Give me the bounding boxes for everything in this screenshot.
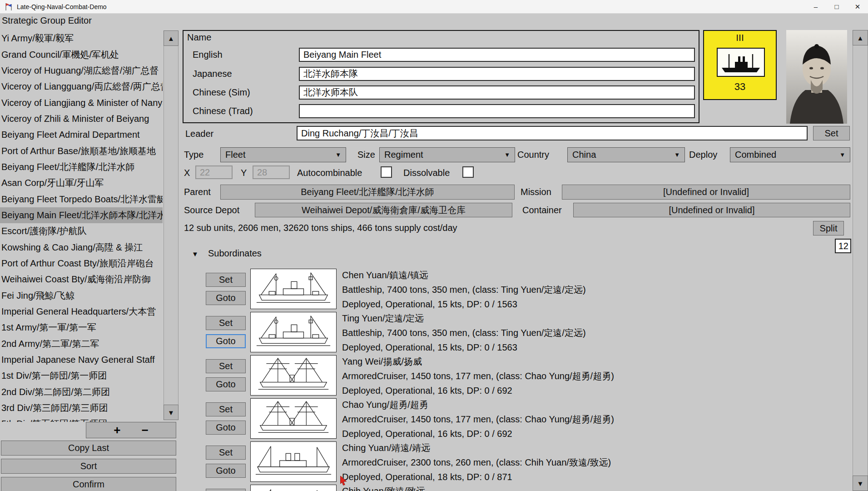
group-list-item[interactable]: Viceroy of Liangjiang & Minister of Nany… [0, 95, 163, 110]
sort-button[interactable]: Sort [1, 459, 176, 474]
maximize-button[interactable]: □ [826, 0, 847, 14]
group-list: Yi Army/毅軍/毅军Grand Council/軍機処/军机处Vicero… [0, 30, 163, 422]
subordinate-set-button[interactable]: Set [206, 359, 246, 373]
group-list-item[interactable]: Viceroy of Zhili & Minister of Beiyang [0, 111, 163, 127]
subordinate-status: Deployed, Operational, 16 kts, DP: 0 / 6… [342, 383, 851, 398]
parent-button[interactable]: Beiyang Fleet/北洋艦隊/北洋水師 [220, 185, 515, 200]
subordinate-name: Ching Yuan/靖遠/靖远 [342, 441, 851, 455]
subordinate-name: Chih Yuan/致遠/致远 [342, 484, 851, 491]
name-group-box: Name English Japanese Chinese (Sim) Chin… [183, 30, 699, 123]
chinese-trad-input[interactable] [299, 104, 695, 118]
mouse-cursor [339, 476, 349, 486]
group-list-item[interactable]: Imperial Japanese Navy General Staff [0, 352, 163, 368]
deploy-value: Combined [735, 150, 776, 160]
remove-group-button[interactable]: − [139, 424, 151, 436]
subordinate-goto-button[interactable]: Goto [206, 334, 246, 348]
group-list-item[interactable]: Viceroy of Huguang/湖広総督/湖广总督 [0, 63, 163, 79]
subordinate-count-badge: 12 [835, 239, 851, 253]
country-dropdown[interactable]: China ▼ [567, 147, 685, 162]
x-label: X [184, 168, 190, 178]
sidebar-scroll-up-icon[interactable]: ▲ [164, 30, 179, 46]
group-list-item[interactable]: Beiyang Main Fleet/北洋水師本隊/北洋水师本队 [0, 207, 163, 223]
type-value: Fleet [225, 150, 245, 160]
dissolvable-checkbox[interactable] [462, 166, 474, 178]
chevron-down-icon: ▼ [839, 151, 845, 158]
autocombinable-checkbox[interactable] [381, 166, 392, 178]
close-button[interactable]: ✕ [847, 0, 868, 14]
leader-set-button[interactable]: Set [813, 126, 850, 140]
english-input[interactable] [299, 48, 695, 62]
ship-thumbnail-cruiser [250, 441, 337, 482]
group-list-item[interactable]: Port of Arthur Base/旅順基地/旅顺基地 [0, 143, 163, 159]
page-title: Strategic Group Editor [2, 15, 92, 26]
chevron-down-icon: ▼ [504, 151, 510, 158]
group-list-item[interactable]: Yi Army/毅軍/毅军 [0, 30, 163, 46]
leader-input[interactable] [297, 126, 808, 140]
subordinate-desc: ArmoredCruiser, 1450 tons, 177 men, (cla… [342, 412, 851, 426]
group-list-item[interactable]: Grand Council/軍機処/军机处 [0, 46, 163, 62]
group-list-item[interactable]: Beiyang Fleet Admiral Department [0, 127, 163, 143]
source-depot-button[interactable]: Weihaiwei Depot/威海衛倉庫/威海卫仓库 [255, 203, 512, 217]
ship-silhouette-icon [717, 48, 765, 77]
group-list-item[interactable]: Imperial General Headquarters/大本営 [0, 304, 163, 320]
window-titlebar: Late-Qing-Naval-Combat-Demo – □ ✕ [0, 0, 868, 14]
list-edit-bar: + − [86, 422, 176, 438]
subordinate-set-button[interactable]: Set [206, 273, 246, 287]
subordinate-goto-button[interactable]: Goto [206, 464, 246, 478]
collapse-icon[interactable]: ▼ [192, 250, 198, 258]
subordinate-status: Deployed, Operational, 15 kts, DP: 0 / 1… [342, 340, 851, 355]
subordinate-goto-button[interactable]: Goto [206, 291, 246, 305]
subordinate-set-button[interactable]: Set [206, 402, 246, 416]
container-button[interactable]: [Undefined or Invalid] [573, 203, 850, 217]
group-list-item[interactable]: Beiyang Fleet Torpedo Boats/北洋水雷艇 [0, 191, 163, 207]
subordinate-list: SetGotoChen Yuan/鎮遠/镇远Battleship, 7400 t… [206, 268, 860, 491]
subordinate-goto-button[interactable]: Goto [206, 377, 246, 391]
main-scroll-up-icon[interactable]: ▲ [853, 30, 868, 45]
add-group-button[interactable]: + [111, 424, 123, 436]
sidebar-scroll-down-icon[interactable]: ▼ [164, 405, 179, 420]
size-label: Size [357, 150, 375, 160]
group-list-item[interactable]: 1st Div/第一師団/第一师团 [0, 368, 163, 384]
group-list-item[interactable]: 1st Army/第一軍/第一军 [0, 320, 163, 336]
group-list-item[interactable]: 5th Div/第五師団/第五师团 [0, 416, 163, 422]
group-list-item[interactable]: Asan Corp/牙山軍/牙山军 [0, 175, 163, 191]
chinese-sim-input[interactable] [299, 85, 695, 100]
minimize-button[interactable]: – [805, 0, 826, 14]
subordinate-status: Deployed, Operational, 15 kts, DP: 0 / 1… [342, 297, 851, 311]
group-list-item[interactable]: Fei Jing/飛鯨/飞鲸 [0, 288, 163, 304]
chevron-down-icon: ▼ [335, 151, 341, 158]
subordinate-row: SetGotoYang Wei/揚威/扬威ArmoredCruiser, 145… [206, 354, 860, 397]
group-list-item[interactable]: Weihaiwei Coast Bty/威海衛沿岸防御 [0, 271, 163, 287]
group-list-item[interactable]: Beiyang Fleet/北洋艦隊/北洋水師 [0, 159, 163, 175]
subordinate-name: Chen Yuan/鎮遠/镇远 [342, 268, 851, 282]
main-scrollbar-track[interactable] [853, 30, 868, 491]
subordinate-set-button[interactable]: Set [206, 489, 246, 491]
subordinate-set-button[interactable]: Set [206, 446, 246, 460]
group-list-item[interactable]: 2nd Div/第二師団/第二师团 [0, 384, 163, 400]
confirm-button[interactable]: Confirm [1, 477, 176, 491]
window-title: Late-Qing-Naval-Combat-Demo [17, 3, 107, 10]
group-list-item[interactable]: Kowshing & Cao Jiang/高陞 & 操江 [0, 239, 163, 255]
deploy-dropdown[interactable]: Combined ▼ [730, 147, 850, 162]
deploy-label: Deploy [689, 150, 717, 160]
mission-button[interactable]: [Undefined or Invalid] [562, 185, 850, 200]
sidebar-scrollbar-track[interactable] [164, 30, 179, 420]
group-list-item[interactable]: Escort/護衛隊/护航队 [0, 223, 163, 239]
group-list-item[interactable]: 3rd Div/第三師団/第三师团 [0, 400, 163, 416]
subordinate-set-button[interactable]: Set [206, 316, 246, 330]
copy-last-button[interactable]: Copy Last [1, 441, 176, 456]
japanese-input[interactable] [299, 67, 695, 81]
unit-size-indicator: III [704, 32, 776, 43]
split-button[interactable]: Split [813, 221, 844, 235]
group-list-item[interactable]: Port of Arthur Coast Bty/旅順沿岸砲台 [0, 256, 163, 271]
y-label: Y [241, 168, 247, 178]
size-dropdown[interactable]: Regiment ▼ [379, 147, 515, 162]
group-list-item[interactable]: 2nd Army/第二軍/第二军 [0, 336, 163, 352]
japanese-label: Japanese [193, 67, 232, 81]
main-scroll-down-icon[interactable]: ▼ [853, 476, 868, 491]
autocombinable-label: Autocombinable [297, 168, 362, 178]
chinese-trad-label: Chinese (Trad) [193, 104, 253, 118]
group-list-item[interactable]: Viceroy of Liangguang/両広総督/两广总督 [0, 79, 163, 95]
subordinate-goto-button[interactable]: Goto [206, 421, 246, 435]
type-dropdown[interactable]: Fleet ▼ [220, 147, 346, 162]
